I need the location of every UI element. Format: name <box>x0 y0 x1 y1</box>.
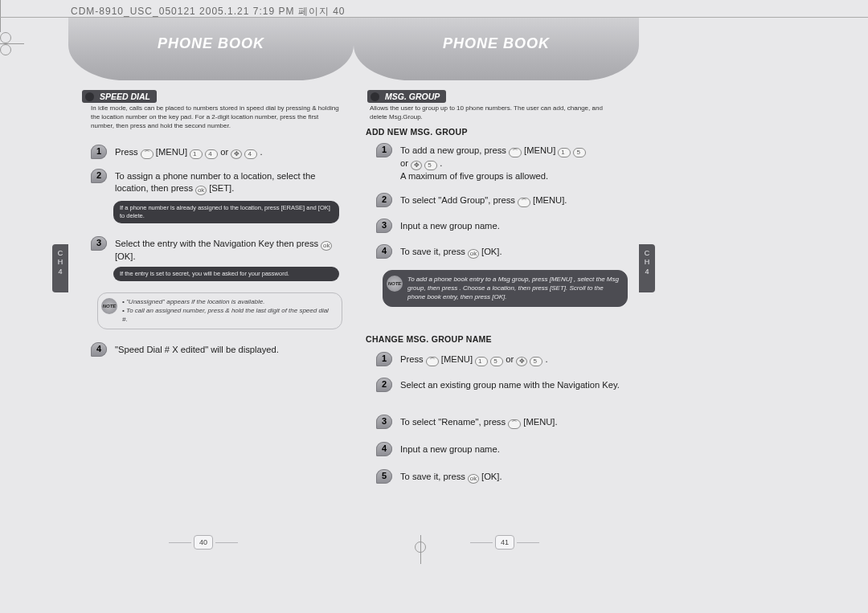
text: Press <box>400 354 426 364</box>
step-4: 4 Input a new group name. <box>378 443 629 456</box>
note-list: "Unassigned" appears if the location is … <box>122 298 335 324</box>
key-1: 1 <box>190 149 203 159</box>
chapter-label: CH <box>639 249 655 268</box>
note-badge-icon: NOTE <box>101 298 117 314</box>
step-num-icon: 3 <box>91 236 107 251</box>
note-item: To call an assigned number, press & hold… <box>122 307 335 325</box>
text: To select "Add Group", press <box>400 195 518 205</box>
page-left: PHONE BOOK CH 4 SPEED DIAL In idle mode,… <box>68 22 354 545</box>
crop-circle <box>0 44 11 55</box>
step-3: 3 To select "Rename", press ⌒ [MENU]. <box>378 416 629 429</box>
step-1: 1 Press ⌒ [MENU] 1 5 or ✥ 5 . <box>378 353 629 366</box>
softkey-icon: ⌒ <box>518 198 530 207</box>
step-text: To select "Rename", press ⌒ [MENU]. <box>400 416 629 429</box>
subheading-add-group: ADD NEW MSG. GROUP <box>366 127 468 137</box>
text: To add a new group, press <box>400 145 509 155</box>
chapter-tab: CH 4 <box>52 244 68 292</box>
crop-circle <box>415 541 426 553</box>
step-3: 3 Select the entry with the Navigation K… <box>92 238 344 263</box>
text: [OK]. <box>115 251 136 261</box>
note-item: "Unassigned" appears if the location is … <box>122 298 335 307</box>
text: . <box>440 158 442 168</box>
note-callout: If a phone number is already assigned to… <box>113 201 339 223</box>
text: [OK]. <box>481 472 502 481</box>
page-number: 40 <box>194 535 213 550</box>
note-box: NOTE To add a phone book entry to a Msg … <box>383 270 628 307</box>
step-text: Input a new group name. <box>400 220 629 232</box>
ok-key-icon: ok <box>468 474 479 484</box>
step-3: 3 Input a new group name. <box>378 220 629 232</box>
softkey-icon: ⌒ <box>508 419 521 429</box>
note-box: NOTE "Unassigned" appears if the locatio… <box>97 292 342 329</box>
text: To save it, press <box>400 247 468 256</box>
step-num-icon: 4 <box>376 244 392 259</box>
step-text: To save it, press ok [OK]. <box>400 246 629 259</box>
key-5: 5 <box>573 148 586 157</box>
key-5: 5 <box>424 161 437 170</box>
nav-icon: ✥ <box>411 161 422 170</box>
note-badge-icon: NOTE <box>387 276 403 292</box>
step-text: Press ⌒ [MENU] 1 4 or ✥ 4 . <box>115 146 344 159</box>
chapter-num: 4 <box>52 268 68 276</box>
text: . <box>260 147 263 157</box>
section-title-msg-group: MSG. GROUP <box>367 90 446 103</box>
ok-key-icon: ok <box>195 186 207 195</box>
document-spread: PHONE BOOK CH 4 SPEED DIAL In idle mode,… <box>68 22 639 545</box>
note-callout: If the entry is set to secret, you will … <box>113 267 339 281</box>
step-text: Select an existing group name with the N… <box>400 379 629 391</box>
page-banner: PHONE BOOK <box>354 18 639 80</box>
text: . <box>546 354 548 364</box>
step-1: 1 To add a new group, press ⌒ [MENU] 1 5… <box>378 145 629 182</box>
step-num-icon: 2 <box>376 378 392 392</box>
key-4: 4 <box>205 149 218 159</box>
step-num-icon: 4 <box>91 342 107 357</box>
step-num-icon: 5 <box>376 469 392 484</box>
step-text: Press ⌒ [MENU] 1 5 or ✥ 5 . <box>400 353 629 366</box>
softkey-icon: ⌒ <box>509 148 522 157</box>
chapter-num: 4 <box>639 268 655 276</box>
step-num-icon: 1 <box>376 352 392 366</box>
step-4: 4 To save it, press ok [OK]. <box>378 246 629 259</box>
text: To select "Rename", press <box>400 417 508 427</box>
step-num-icon: 4 <box>376 442 392 456</box>
step-2: 2 To select "Add Group", press ⌒ [MENU]. <box>378 194 629 207</box>
text: [MENU] <box>156 147 187 157</box>
text: Select the entry with the Navigation Key… <box>115 239 321 248</box>
ok-key-icon: ok <box>321 241 332 251</box>
step-2: 2 Select an existing group name with the… <box>378 379 629 391</box>
text: A maximum of five groups is allowed. <box>400 171 548 181</box>
chapter-label: CH <box>52 249 68 268</box>
step-num-icon: 1 <box>91 145 107 159</box>
crop-mark <box>0 0 1 32</box>
softkey-icon: ⌒ <box>141 149 154 159</box>
text: [MENU]. <box>523 417 557 427</box>
crop-circle <box>0 32 11 43</box>
nav-icon: ✥ <box>516 357 527 366</box>
key-1: 1 <box>558 148 571 157</box>
key-4: 4 <box>244 149 257 159</box>
key-5: 5 <box>530 357 542 366</box>
text: [OK]. <box>481 247 502 256</box>
step-num-icon: 2 <box>91 169 107 183</box>
nav-icon: ✥ <box>231 149 242 159</box>
section-intro: In idle mode, calls can be placed to num… <box>91 104 341 130</box>
text: [MENU] <box>524 145 555 155</box>
page-banner: PHONE BOOK <box>68 18 354 80</box>
text: or <box>506 354 516 364</box>
step-2: 2 To assign a phone number to a location… <box>92 170 344 195</box>
step-num-icon: 1 <box>376 143 392 157</box>
text: Press <box>115 147 141 157</box>
text: or <box>220 147 231 157</box>
step-5: 5 To save it, press ok [OK]. <box>378 471 629 484</box>
subheading-change-group: CHANGE MSG. GROUP NAME <box>366 334 492 344</box>
text: [SET]. <box>209 183 234 193</box>
step-text: Input a new group name. <box>400 443 629 456</box>
text: [MENU] <box>441 354 473 364</box>
step-text: "Speed Dial # X edited" will be displaye… <box>115 344 344 356</box>
step-text: To save it, press ok [OK]. <box>400 471 629 484</box>
step-1: 1 Press ⌒ [MENU] 1 4 or ✥ 4 . <box>92 146 344 159</box>
step-4: 4 "Speed Dial # X edited" will be displa… <box>92 344 344 356</box>
step-num-icon: 2 <box>376 193 392 207</box>
step-num-icon: 3 <box>376 219 392 233</box>
key-1: 1 <box>475 357 488 366</box>
